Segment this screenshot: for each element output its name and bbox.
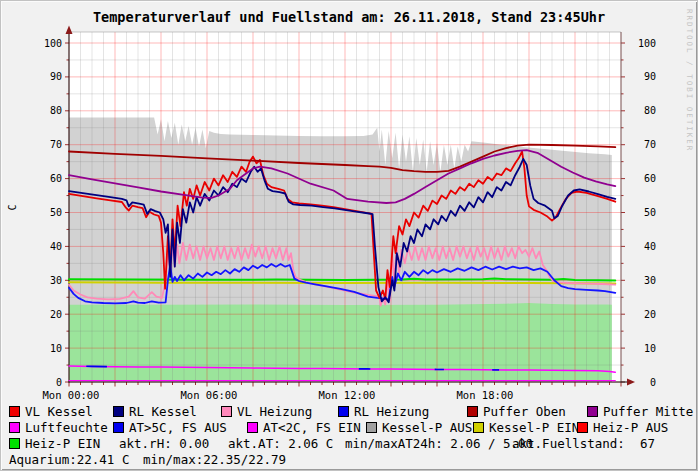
legend-color-box — [9, 406, 20, 417]
legend-item-at-5c-fs-aus: AT>5C, FS AUS — [113, 421, 227, 434]
legend-item-heiz-p-aus: Heiz-P AUS — [577, 421, 668, 434]
legend-color-box — [113, 406, 124, 417]
legend-item-vl-kessel: VL Kessel — [9, 405, 93, 418]
legend-color-box — [247, 422, 258, 433]
rrdtool-watermark: RRDTOOL / TOBI OETIKER — [685, 9, 694, 152]
legend-text-aquarium-22-41-c: Aquarium:22.41 C — [9, 453, 129, 466]
legend-item-rl-kessel: RL Kessel — [113, 405, 197, 418]
legend-text-akt-at-2-06-c: akt.AT: 2.06 C — [228, 437, 333, 450]
legend-color-box — [577, 422, 588, 433]
legend-color-box — [473, 422, 484, 433]
legend-color-box — [587, 406, 598, 417]
legend-color-box — [221, 406, 232, 417]
legend-color-box — [9, 438, 20, 449]
legend-item-rl-heizung: RL Heizung — [338, 405, 429, 418]
rrdtool-graph-image: Temperaturverlauf und Fuellstand am: 26.… — [0, 0, 698, 471]
legend-color-box — [338, 406, 349, 417]
legend-text-min-max-22-35-22-79: min/max:22.35/22.79 — [143, 453, 286, 466]
legend-item-kessel-p-aus: Kessel-P AUS — [366, 421, 472, 434]
legend-color-box — [9, 422, 20, 433]
legend-item-puffer-oben: Puffer Oben — [467, 405, 566, 418]
legend-item-kessel-p-ein: Kessel-P EIN — [473, 421, 579, 434]
legend-color-box — [366, 422, 377, 433]
legend-text-akt-rh-0-00: akt.rH: 0.00 — [119, 437, 209, 450]
legend-item-heiz-p-ein: Heiz-P EIN — [9, 437, 100, 450]
legend-color-box — [467, 406, 478, 417]
legend-item-puffer-mitte: Puffer Mitte — [587, 405, 693, 418]
legend-item-vl-heizung: VL Heizung — [221, 405, 312, 418]
legend-text-akt-fuellstand-67: akt.Fuellstand: 67 — [512, 437, 655, 450]
legend: VL KesselRL KesselVL HeizungRL HeizungPu… — [1, 1, 698, 471]
legend-color-box — [113, 422, 124, 433]
legend-item-luftfeuchte: Luftfeuchte — [9, 421, 108, 434]
legend-text-min-maxat24h-2-06-5-00: min/maxAT24h: 2.06 / 5.00 — [345, 437, 533, 450]
legend-item-at-2c-fs-ein: AT<2C, FS EIN — [247, 421, 361, 434]
